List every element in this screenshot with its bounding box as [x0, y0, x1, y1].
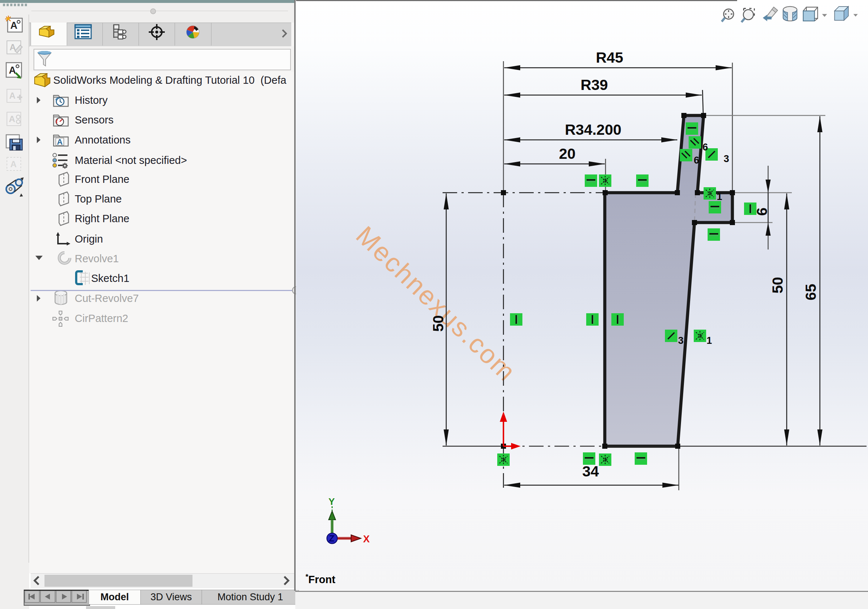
svg-text:Mechnexus.com: Mechnexus.com [351, 220, 522, 387]
svg-text:6: 6 [694, 155, 699, 166]
svg-text:6: 6 [702, 142, 708, 153]
svg-text:R39: R39 [580, 76, 608, 93]
svg-text:65: 65 [802, 284, 819, 300]
svg-text:3: 3 [678, 335, 684, 346]
svg-text:50: 50 [769, 277, 786, 294]
svg-text:R45: R45 [596, 49, 623, 66]
svg-text:Y: Y [329, 496, 335, 507]
svg-text:R34.200: R34.200 [565, 121, 621, 138]
svg-text:50: 50 [430, 315, 446, 332]
svg-text:1: 1 [707, 335, 712, 346]
svg-text:3: 3 [724, 153, 729, 164]
svg-text:20: 20 [559, 145, 576, 162]
svg-text:34: 34 [582, 463, 599, 480]
svg-text:1: 1 [717, 191, 722, 202]
svg-text:X: X [363, 533, 370, 544]
